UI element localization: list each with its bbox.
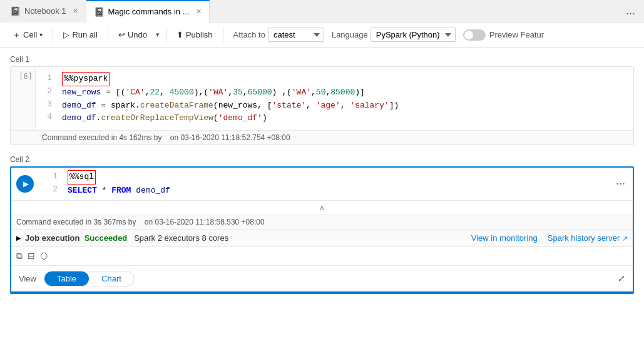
tab-magic-close[interactable]: ✕	[196, 8, 202, 16]
run-icon: ▷	[63, 30, 69, 39]
cell2-status: Command executed in 3s 367ms by on 03-16…	[11, 215, 633, 229]
separator3	[166, 28, 166, 43]
cell2-play-button[interactable]: ▶	[16, 175, 34, 193]
cell1-code[interactable]: %%pyspark new_rows = [('CA',22, 45000),(…	[54, 67, 633, 130]
view-toggle: Table Chart	[44, 271, 135, 286]
preview-label: Preview Featur	[489, 30, 544, 39]
job-text: Job execution Succeeded Spark 2 executor…	[25, 233, 228, 243]
run-all-label: Run all	[72, 30, 97, 39]
cell2-line-numbers: 12	[39, 170, 58, 198]
cell2-code[interactable]: %%sql SELECT * FROM demo_df	[68, 170, 608, 198]
preview-toggle[interactable]	[463, 29, 486, 41]
toggle-knob	[464, 31, 473, 39]
publish-icon: ⬆	[176, 30, 183, 39]
undo-button[interactable]: ↩ Undo	[113, 28, 152, 42]
tab-notebook1-close[interactable]: ✕	[73, 7, 78, 15]
cell2-status-time: on 03-16-2020 11:18:58.530 +08:00	[145, 218, 265, 226]
cell1-status-time: on 03-16-2020 11:18:52.754 +08:00	[170, 133, 290, 142]
separator2	[108, 28, 108, 43]
preview-toggle-wrap: Preview Featur	[463, 29, 544, 41]
job-play-icon: ▶	[16, 235, 21, 241]
view-label: View	[19, 274, 36, 283]
separator1	[53, 28, 53, 43]
language-label: Language	[332, 30, 368, 39]
tab-magic-commands[interactable]: 📓 Magic commands in ... ✕	[86, 0, 210, 23]
magic-cmd-pyspark: %%pyspark	[62, 72, 110, 86]
job-status: Succeeded	[84, 233, 128, 243]
cell1-status-text: Command executed in 4s 162ms by	[42, 133, 161, 142]
job-label: Job execution	[25, 233, 79, 243]
code-line4: demo_df	[62, 113, 96, 123]
cell2-toolbar2: ⧉ ⊟ ⬡	[11, 246, 633, 265]
cell1-label: Cell 1	[10, 55, 634, 64]
magic-cmd-sql: %%sql	[68, 170, 96, 185]
sql-select: SELECT	[68, 186, 97, 195]
plus-icon: ＋	[13, 29, 21, 41]
cell2-code-area: 12 %%sql SELECT * FROM demo_df	[39, 170, 608, 198]
tab-bar: 📓 Notebook 1 ✕ 📓 Magic commands in ... ✕…	[0, 0, 644, 23]
separator4	[223, 28, 223, 43]
chevron-down-icon2[interactable]: ▾	[155, 31, 161, 39]
filter-icon[interactable]: ⊟	[28, 251, 35, 261]
tab-notebook1[interactable]: 📓 Notebook 1 ✕	[3, 0, 86, 23]
tab-notebook1-label: Notebook 1	[24, 6, 66, 16]
run-all-button[interactable]: ▷ Run all	[58, 28, 102, 42]
copy-icon[interactable]: ⧉	[16, 251, 23, 261]
external-link-icon: ↗	[622, 235, 628, 242]
view-monitoring-link[interactable]: View in monitoring	[471, 233, 538, 243]
cell2-label: Cell 2	[10, 155, 634, 164]
clear-icon[interactable]: ⬡	[40, 251, 48, 261]
chart-view-button[interactable]: Chart	[89, 271, 134, 286]
cell2-container: ▶ 12 %%sql SELECT * FROM demo_df ··· ∧ C…	[10, 166, 634, 294]
toolbar: ＋ Cell ▾ ▷ Run all ↩ Undo ▾ ⬆ Publish At…	[0, 23, 644, 48]
main-content: Cell 1 [6] 1234 %%pyspark new_rows = [('…	[0, 48, 644, 344]
undo-label: Undo	[128, 30, 147, 39]
code-line2: new_rows	[62, 88, 101, 97]
sql-table: demo_df	[136, 186, 170, 195]
publish-button[interactable]: ⬆ Publish	[171, 28, 218, 42]
cell1-line-numbers: 1234	[36, 67, 54, 130]
play-icon: ▶	[23, 180, 29, 188]
attach-to-select[interactable]: catest	[268, 28, 324, 42]
sql-from: FROM	[111, 186, 131, 195]
tab-more[interactable]: ...	[620, 4, 641, 18]
undo-icon: ↩	[118, 30, 125, 39]
cell1-body: [6] 1234 %%pyspark new_rows = [('CA',22,…	[11, 67, 633, 130]
cell2-status-text: Command executed in 3s 367ms by	[16, 218, 136, 226]
cell-label: Cell	[23, 30, 37, 39]
cell2-lines: 12 %%sql SELECT * FROM demo_df	[39, 170, 608, 198]
attach-to-label: Attach to	[233, 30, 265, 39]
notebook-icon: 📓	[10, 6, 21, 16]
spark-history-text: Spark history server	[548, 233, 620, 243]
code-line3: demo_df	[62, 101, 96, 110]
chevron-down-icon: ▾	[39, 31, 43, 38]
cell1-exec-num: [6]	[11, 67, 36, 130]
cell2-header: ▶ 12 %%sql SELECT * FROM demo_df ···	[11, 168, 633, 200]
tab-magic-label: Magic commands in ...	[108, 7, 190, 16]
expand-icon[interactable]: ⤢	[618, 273, 625, 283]
publish-label: Publish	[186, 30, 213, 39]
job-detail: Spark 2 executors 8 cores	[134, 233, 228, 243]
job-links: View in monitoring Spark history server …	[471, 233, 628, 243]
job-row: ▶ Job execution Succeeded Spark 2 execut…	[11, 229, 633, 246]
notebook-icon2: 📓	[94, 7, 105, 17]
cell1-container: [6] 1234 %%pyspark new_rows = [('CA',22,…	[10, 66, 634, 145]
spark-history-link[interactable]: Spark history server ↗	[548, 233, 628, 243]
cell2-collapse[interactable]: ∧	[11, 200, 633, 215]
progress-bar	[11, 291, 633, 293]
cell1-status: Command executed in 4s 162ms by on 03-16…	[11, 130, 633, 144]
view-row: View Table Chart ⤢	[11, 265, 633, 291]
table-view-button[interactable]: Table	[44, 271, 89, 286]
exec-num-value: [6]	[13, 72, 33, 81]
language-select[interactable]: PySpark (Python) Spark (Scala) Spark SQL…	[371, 28, 456, 42]
cell2-more-button[interactable]: ···	[613, 177, 628, 190]
add-cell-button[interactable]: ＋ Cell ▾	[8, 27, 48, 43]
